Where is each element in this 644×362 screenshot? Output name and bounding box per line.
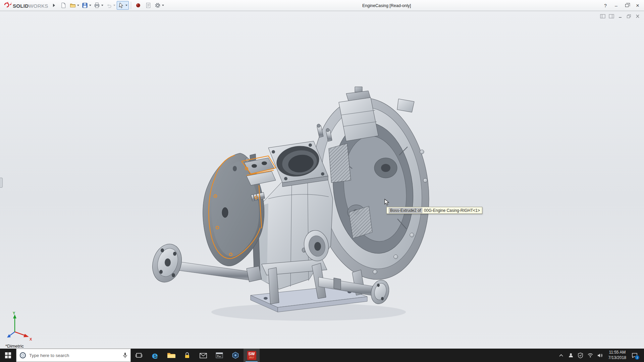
sheet-icon: [145, 2, 151, 8]
appearance-button[interactable]: [133, 1, 143, 10]
options-button[interactable]: [153, 1, 165, 10]
tray-network-icon[interactable]: [587, 352, 594, 359]
action-center-button[interactable]: 3: [631, 352, 638, 359]
engine-casing-model[interactable]: [0, 11, 644, 349]
select-dropdown-caret[interactable]: [125, 5, 127, 6]
titlebar: SOLIDWORKS: [0, 0, 644, 11]
select-icon: [118, 2, 124, 8]
taskbar-app-mail[interactable]: [195, 349, 211, 362]
triad-y-label: Y: [13, 311, 15, 315]
tray-chevron-up-icon[interactable]: [558, 352, 565, 359]
taskbar-app-solidworks[interactable]: SW 2017: [244, 349, 260, 362]
taskbar-search[interactable]: [16, 349, 131, 362]
taskbar-app-terminal[interactable]: [211, 349, 227, 362]
task-view-button[interactable]: [131, 349, 147, 362]
appearance-icon: [135, 2, 141, 8]
desktop-screen: SOLIDWORKS: [0, 0, 644, 362]
document-window-controls: [600, 14, 641, 19]
photos-icon: [232, 352, 239, 359]
tray-person-icon[interactable]: [568, 352, 574, 359]
cortana-icon: [19, 352, 26, 359]
lock-icon: [183, 352, 191, 359]
selection-tooltip: Boss-Extrude2 of 00G-Engine Casing-RIGHT…: [386, 207, 482, 214]
clock-date: 7/13/2018: [608, 355, 626, 361]
restore-icon: [625, 4, 629, 7]
window-controls: ? – ×: [600, 0, 643, 11]
graphics-viewport[interactable]: Boss-Extrude2 of 00G-Engine Casing-RIGHT…: [0, 11, 644, 349]
logo-text-solid: SOLID: [13, 3, 29, 9]
terminal-icon: [215, 352, 223, 359]
search-input[interactable]: [29, 353, 120, 358]
print-icon: [94, 2, 100, 8]
microphone-icon[interactable]: [122, 352, 128, 359]
properties-button[interactable]: [143, 1, 153, 10]
taskbar-app-file-explorer[interactable]: [163, 349, 179, 362]
undo-button[interactable]: [105, 1, 117, 10]
system-tray: 11:55 AM 7/13/2018 3: [558, 349, 644, 362]
notification-badge: 3: [635, 355, 639, 360]
doc-close-icon[interactable]: [635, 14, 641, 19]
tooltip-feature-name: Boss-Extrude2 of: [389, 208, 422, 213]
toolbar-flyout-arrow[interactable]: [53, 4, 55, 7]
taskbar-clock[interactable]: 11:55 AM 7/13/2018: [606, 350, 628, 360]
doc-restore-icon[interactable]: [626, 14, 632, 19]
pane-left-icon[interactable]: [600, 14, 606, 19]
help-button[interactable]: ?: [600, 1, 610, 10]
undo-dropdown-caret[interactable]: [113, 5, 115, 6]
select-tool-button[interactable]: [117, 1, 129, 10]
windows-taskbar: e: [0, 349, 644, 362]
tray-volume-icon[interactable]: [597, 352, 603, 359]
tooltip-component-name: 00G-Engine Casing-RIGHT<1>: [424, 208, 480, 213]
solidworks-logo: SOLIDWORKS: [3, 2, 48, 9]
doc-minimize-icon[interactable]: [617, 14, 623, 19]
triad-x-label: X: [30, 337, 32, 341]
solidworks-app-icon: SW 2017: [247, 351, 256, 360]
open-button[interactable]: [68, 1, 80, 10]
hatched-rib[interactable]: [329, 143, 351, 183]
open-dropdown-caret[interactable]: [77, 5, 79, 6]
ds-logo-icon: [3, 2, 11, 8]
options-dropdown-caret[interactable]: [162, 5, 164, 6]
minimize-button[interactable]: –: [611, 1, 621, 10]
taskbar-app-lock[interactable]: [179, 349, 195, 362]
restore-button[interactable]: [622, 1, 632, 10]
task-view-icon: [135, 352, 143, 358]
taskbar-app-photos[interactable]: [227, 349, 244, 362]
new-document-button[interactable]: [58, 1, 68, 10]
window-title: EngineCasing [Read-only]: [362, 0, 411, 11]
taskbar-app-edge[interactable]: e: [147, 349, 163, 362]
print-button[interactable]: [93, 1, 105, 10]
new-document-icon: [60, 2, 66, 8]
print-dropdown-caret[interactable]: [101, 5, 103, 6]
options-gear-icon: [155, 2, 161, 8]
view-orientation-label: *Dimetric: [5, 344, 24, 349]
mail-icon: [199, 352, 207, 359]
close-button[interactable]: ×: [633, 1, 643, 10]
file-explorer-icon: [167, 352, 175, 359]
windows-logo-icon: [5, 352, 11, 358]
clock-time: 11:55 AM: [609, 350, 626, 355]
feature-manager-collapsed-tab[interactable]: [0, 178, 3, 188]
edge-icon: e: [152, 351, 158, 360]
save-button[interactable]: [80, 1, 93, 10]
toolbar-separator: [131, 2, 131, 9]
start-button[interactable]: [0, 349, 16, 362]
save-icon: [82, 2, 88, 8]
open-icon: [70, 2, 76, 8]
pane-right-icon[interactable]: [608, 14, 614, 19]
save-dropdown-caret[interactable]: [89, 5, 91, 6]
tray-shield-icon[interactable]: [577, 352, 584, 359]
logo-text-works: WORKS: [29, 3, 48, 9]
undo-icon: [106, 2, 112, 8]
reference-triad: Y X: [5, 310, 36, 341]
